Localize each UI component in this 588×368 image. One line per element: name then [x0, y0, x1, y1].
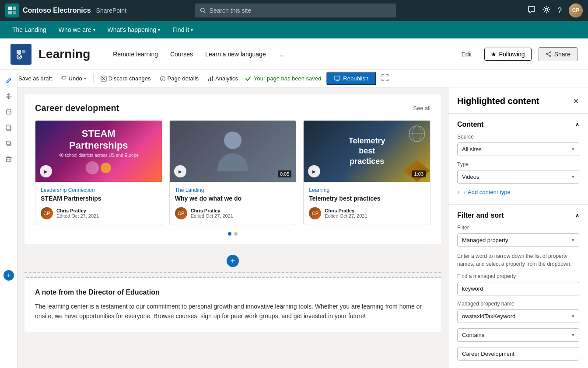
- content-area: Career development See all STEAMPartners…: [18, 87, 448, 368]
- video-thumbnail: STEAMPartnerships 40 school districts ac…: [35, 121, 162, 182]
- filter-info: Enter a word to narrow down the list of …: [457, 252, 579, 268]
- video-author: CP Chris Pratley Edited Oct 27, 2021: [175, 207, 291, 219]
- filter-label: Filter: [457, 225, 579, 231]
- following-button[interactable]: ★ Following: [484, 48, 532, 61]
- expand-button[interactable]: [382, 74, 388, 83]
- person-silhouette: [215, 127, 250, 175]
- content-section-title: Content ∧: [457, 121, 579, 128]
- undo-button[interactable]: Undo ▾: [57, 73, 90, 83]
- chevron-icon: ▾: [191, 28, 193, 32]
- page-actions: Edit ★ Following Share: [456, 38, 578, 70]
- filter-sort-title: Filter and sort ∧: [457, 212, 579, 219]
- content-chevron-icon[interactable]: ∧: [575, 122, 579, 128]
- text-section-container: A note from the Director of Education Th…: [24, 272, 441, 332]
- undo-icon: [61, 76, 67, 82]
- find-managed-property-input[interactable]: [457, 282, 579, 295]
- edit-button[interactable]: Edit: [456, 38, 477, 70]
- svg-rect-24: [208, 79, 209, 81]
- see-all-link[interactable]: See all: [413, 105, 430, 111]
- svg-rect-27: [335, 76, 340, 80]
- video-thumbnail: ▶ 0:05: [170, 121, 296, 182]
- close-panel-button[interactable]: ✕: [573, 97, 579, 106]
- app-logo[interactable]: Contoso Electronics SharePoint: [5, 3, 126, 17]
- type-chevron-icon: ▾: [572, 174, 574, 180]
- filter-chevron-icon: ▾: [572, 237, 574, 243]
- svg-rect-2: [8, 11, 12, 14]
- filter-sort-chevron-icon[interactable]: ∧: [575, 212, 579, 219]
- author-avatar: CP: [41, 207, 53, 219]
- video-card: STEAMPartnerships 40 school districts ac…: [35, 120, 162, 225]
- steam-title: STEAMPartnerships: [69, 128, 128, 151]
- dot-2[interactable]: [234, 232, 238, 236]
- page-details-button[interactable]: Page details: [156, 73, 203, 83]
- video-meta: The Landing Why we do what we do CP Chri…: [170, 182, 296, 225]
- duration-badge: 0:05: [278, 170, 291, 177]
- nav-more[interactable]: ...: [273, 38, 289, 70]
- video-thumbnail: Telemetrybestpractices ▶ 1:: [304, 121, 430, 182]
- panel-content-section: Content ∧ Source All sites ▾ Type Videos…: [448, 114, 588, 204]
- find-managed-property-label: Find a managed property: [457, 273, 579, 279]
- user-avatar[interactable]: CP: [569, 3, 583, 17]
- video-title: STEAM Partnerships: [41, 195, 157, 202]
- nav-find-it[interactable]: Find it ▾: [167, 21, 198, 38]
- page-details-icon: [160, 76, 166, 82]
- condition-dropdown[interactable]: Contains ▾: [457, 328, 579, 342]
- comment-icon[interactable]: [528, 6, 536, 16]
- video-author: CP Chris Pratley Edited Oct 27, 2021: [41, 207, 157, 219]
- add-section-area: +: [24, 251, 441, 271]
- add-content-type-button[interactable]: + + Add content type: [457, 189, 579, 195]
- svg-point-12: [546, 53, 547, 55]
- svg-rect-25: [210, 77, 211, 81]
- video-meta: Leadership Connection STEAM Partnerships…: [35, 182, 162, 225]
- settings-icon[interactable]: [542, 6, 550, 16]
- edit-toolbar: Save as draft Undo ▾ Discard changes Pag…: [0, 70, 588, 87]
- svg-line-14: [547, 54, 550, 56]
- discard-button[interactable]: Discard changes: [97, 73, 154, 83]
- type-dropdown[interactable]: Videos ▾: [457, 170, 579, 184]
- nav-the-landing[interactable]: The Landing: [7, 21, 52, 38]
- add-section-button[interactable]: +: [227, 255, 239, 267]
- share-button[interactable]: Share: [539, 47, 578, 61]
- svg-line-13: [547, 52, 550, 54]
- svg-rect-7: [17, 50, 21, 54]
- company-name: Contoso Electronics: [23, 7, 91, 14]
- add-icon: +: [457, 189, 461, 195]
- filter-value-input[interactable]: [457, 347, 579, 361]
- republish-icon: [334, 76, 340, 82]
- filter-dropdown[interactable]: Managed property ▾: [457, 233, 579, 247]
- nav-who-we-are[interactable]: Who we are ▾: [53, 21, 101, 38]
- main-layout: + Career development See all STEAMPartne…: [18, 87, 588, 368]
- play-button[interactable]: ▶: [174, 165, 186, 177]
- managed-property-dropdown[interactable]: owstaxIdTaxKeyword ▾: [457, 309, 579, 323]
- nav-learn-language[interactable]: Learn a new language: [200, 38, 271, 70]
- career-development-section: Career development See all STEAMPartners…: [24, 94, 441, 244]
- author-info: Chris Pratley Edited Oct 27, 2021: [56, 208, 99, 219]
- republish-button[interactable]: Republish: [326, 72, 376, 85]
- source-chevron-icon: ▾: [572, 146, 574, 152]
- undo-chevron-icon[interactable]: ▾: [84, 76, 86, 81]
- source-dropdown[interactable]: All sites ▾: [457, 142, 579, 156]
- search-input[interactable]: [210, 7, 391, 14]
- search-bar[interactable]: [195, 3, 396, 17]
- steam-thumbnail: STEAMPartnerships 40 school districts ac…: [35, 121, 162, 182]
- nav-whats-happening[interactable]: What's happening ▾: [102, 21, 166, 38]
- svg-point-9: [17, 55, 21, 59]
- site-navigation: The Landing Who we are ▾ What's happenin…: [0, 21, 588, 38]
- right-panel: Highlighted content ✕ Content ∧ Source A…: [448, 87, 588, 368]
- saved-message: Your page has been saved: [245, 75, 321, 82]
- svg-rect-26: [212, 76, 213, 81]
- nav-courses[interactable]: Courses: [165, 38, 198, 70]
- svg-line-5: [204, 11, 205, 13]
- play-button[interactable]: ▶: [40, 165, 52, 177]
- svg-point-10: [550, 52, 551, 53]
- platform-name: SharePoint: [96, 7, 126, 14]
- video-card: Telemetrybestpractices ▶ 1:: [303, 120, 430, 225]
- svg-point-11: [550, 56, 551, 57]
- dot-1[interactable]: [228, 232, 231, 236]
- expand-icon: [382, 74, 388, 81]
- page-header: Learning Remote learning Courses Learn a…: [0, 38, 588, 70]
- analytics-button[interactable]: Analytics: [204, 73, 242, 83]
- share-icon: [546, 51, 552, 57]
- nav-remote-learning[interactable]: Remote learning: [108, 38, 163, 70]
- help-icon[interactable]: ?: [557, 6, 562, 15]
